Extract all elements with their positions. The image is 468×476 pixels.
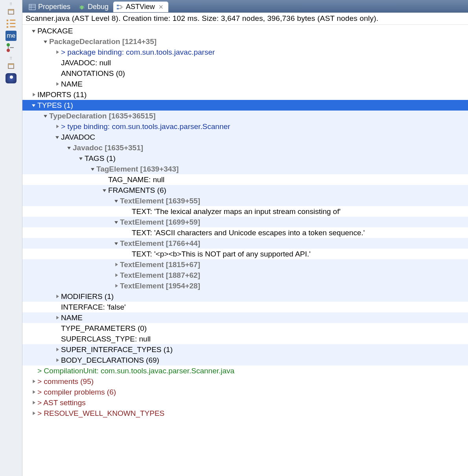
expand-icon[interactable]: [54, 347, 60, 353]
tree-label: TextElement [1699+59]: [120, 217, 200, 227]
tree-row[interactable]: > AST settings: [22, 397, 468, 408]
expand-icon[interactable]: [54, 357, 60, 363]
tab-astview[interactable]: ASTView ✕: [113, 2, 168, 12]
tree-row[interactable]: TEXT: '<p><b>This is NOT part of any sup…: [22, 249, 468, 259]
tree-row[interactable]: TextElement [1954+28]: [22, 280, 468, 291]
expand-icon[interactable]: [54, 293, 60, 300]
tree-label: TEXT: 'The lexical analyzer maps an inpu…: [132, 206, 341, 217]
tree-row[interactable]: TextElement [1887+62]: [22, 270, 468, 280]
tree-label: > CompilationUnit: com.sun.tools.javac.p…: [37, 365, 234, 376]
expand-icon[interactable]: [30, 92, 37, 98]
eye-icon[interactable]: [6, 73, 17, 83]
expand-icon[interactable]: [54, 124, 60, 130]
expand-icon[interactable]: [30, 28, 37, 34]
tree-label: TEXT: 'ASCII characters and Unicode esca…: [132, 227, 365, 238]
svg-rect-7: [10, 26, 15, 28]
expand-icon[interactable]: [113, 198, 119, 204]
outline-icon[interactable]: [6, 19, 17, 29]
tree-row[interactable]: JAVADOC: null: [22, 57, 468, 68]
tree-row[interactable]: TEXT: 'The lexical analyzer maps an inpu…: [22, 206, 468, 217]
svg-point-9: [7, 49, 10, 52]
tree-label: MODIFIERS (1): [61, 291, 114, 302]
tree-row[interactable]: NAME: [22, 79, 468, 89]
tree-row[interactable]: Javadoc [1635+351]: [22, 142, 468, 153]
tree-row[interactable]: NAME: [22, 312, 468, 323]
tree-row[interactable]: TextElement [1815+67]: [22, 259, 468, 270]
minimize-icon[interactable]: [6, 7, 17, 17]
expand-icon[interactable]: [113, 219, 119, 225]
tree-row[interactable]: TypeDeclaration [1635+36515]: [22, 111, 468, 121]
tree-row[interactable]: > comments (95): [22, 376, 468, 387]
tab-properties[interactable]: Properties: [26, 2, 75, 12]
svg-rect-11: [8, 64, 14, 65]
tree-row[interactable]: TEXT: 'ASCII characters and Unicode esca…: [22, 227, 468, 238]
expand-icon[interactable]: [30, 400, 37, 406]
expand-icon[interactable]: [30, 378, 37, 385]
tree-row[interactable]: > type binding: com.sun.tools.javac.pars…: [22, 121, 468, 132]
expand-icon[interactable]: [30, 410, 37, 417]
svg-rect-12: [29, 4, 35, 10]
tree-row-selected[interactable]: TYPES (1): [22, 100, 468, 111]
tree-label: Javadoc [1635+351]: [73, 142, 143, 153]
status-info: Scanner.java (AST Level 8). Creation tim…: [22, 13, 468, 25]
tree-row[interactable]: MODIFIERS (1): [22, 291, 468, 302]
tree-row[interactable]: IMPORTS (11): [22, 89, 468, 100]
drag-handle-icon[interactable]: ⠿: [9, 57, 13, 60]
tree-label: FRAGMENTS (6): [108, 185, 166, 196]
tree-label: > type binding: com.sun.tools.javac.pars…: [61, 121, 230, 132]
me-icon[interactable]: me: [6, 31, 17, 41]
tree-row[interactable]: PACKAGE: [22, 26, 468, 36]
tree-row[interactable]: > RESOLVE_WELL_KNOWN_TYPES: [22, 408, 468, 419]
tree-row[interactable]: TagElement [1639+343]: [22, 164, 468, 174]
tree-row[interactable]: TAG_NAME: null: [22, 174, 468, 185]
properties-icon: [29, 4, 36, 11]
tree-label: > package binding: com.sun.tools.javac.p…: [61, 47, 215, 57]
tab-debug[interactable]: Debug: [75, 2, 113, 12]
svg-rect-6: [7, 26, 8, 28]
tree-row[interactable]: TextElement [1639+55]: [22, 196, 468, 206]
tree-row[interactable]: ANNOTATIONS (0): [22, 68, 468, 79]
expand-icon[interactable]: [54, 134, 60, 140]
tab-label: Properties: [38, 3, 70, 11]
expand-icon[interactable]: [113, 240, 119, 247]
expand-icon[interactable]: [113, 283, 119, 289]
expand-icon[interactable]: [54, 315, 60, 321]
tree-row[interactable]: FRAGMENTS (6): [22, 185, 468, 196]
expand-icon[interactable]: [66, 145, 72, 151]
tree-row[interactable]: > compiler problems (6): [22, 387, 468, 397]
tree-label: JAVADOC: null: [61, 57, 111, 68]
tree-row[interactable]: > CompilationUnit: com.sun.tools.javac.p…: [22, 365, 468, 376]
expand-icon[interactable]: [89, 166, 96, 172]
minimize-icon[interactable]: [6, 61, 17, 72]
tree-row[interactable]: INTERFACE: 'false': [22, 302, 468, 312]
drag-handle-icon[interactable]: ⠿: [9, 2, 13, 6]
tree-label: NAME: [61, 79, 83, 89]
svg-rect-4: [7, 23, 8, 24]
expand-icon[interactable]: [113, 262, 119, 268]
tree-row[interactable]: TextElement [1766+44]: [22, 238, 468, 249]
tree-label: > AST settings: [37, 397, 86, 408]
ast-tree[interactable]: PACKAGE PackageDeclaration [1214+35] > p…: [22, 25, 468, 476]
hierarchy-icon[interactable]: [6, 42, 17, 53]
expand-icon[interactable]: [42, 39, 48, 45]
tree-row[interactable]: BODY_DECLARATIONS (69): [22, 355, 468, 365]
tree-row[interactable]: SUPER_INTERFACE_TYPES (1): [22, 344, 468, 355]
icon-gutter: ⠿ me ⠿: [0, 0, 22, 476]
expand-icon[interactable]: [42, 113, 48, 119]
expand-icon[interactable]: [77, 155, 84, 162]
tree-row[interactable]: > package binding: com.sun.tools.javac.p…: [22, 47, 468, 57]
expand-icon[interactable]: [54, 49, 60, 55]
expand-icon[interactable]: [113, 272, 119, 279]
tree-row[interactable]: SUPERCLASS_TYPE: null: [22, 334, 468, 344]
expand-icon[interactable]: [54, 81, 60, 87]
close-icon[interactable]: ✕: [158, 4, 164, 11]
tree-row[interactable]: TAGS (1): [22, 153, 468, 164]
tree-row[interactable]: TYPE_PARAMETERS (0): [22, 323, 468, 334]
svg-rect-22: [117, 8, 119, 9]
tree-row[interactable]: JAVADOC: [22, 132, 468, 142]
expand-icon[interactable]: [30, 102, 37, 109]
expand-icon[interactable]: [101, 187, 107, 194]
tree-row[interactable]: TextElement [1699+59]: [22, 217, 468, 227]
expand-icon[interactable]: [30, 389, 37, 395]
tree-row[interactable]: PackageDeclaration [1214+35]: [22, 36, 468, 47]
